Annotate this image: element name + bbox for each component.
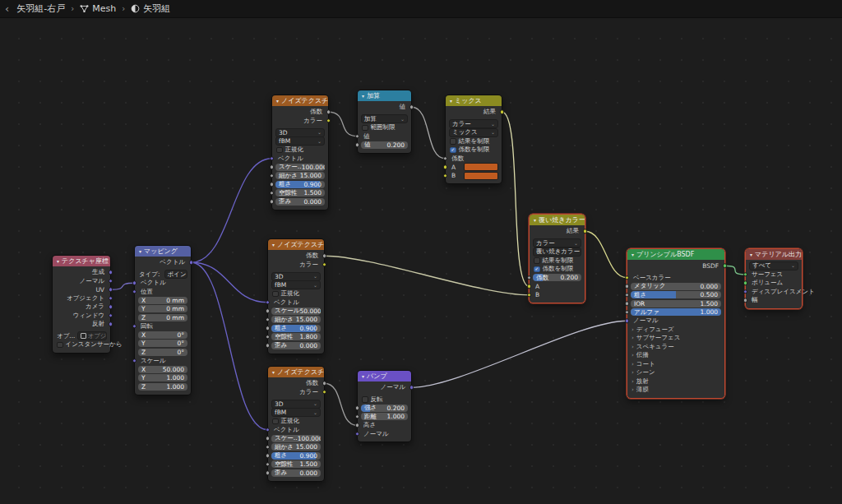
collapse-chevron-icon[interactable]: ▾	[632, 252, 634, 257]
socket-スケール[interactable]	[266, 309, 271, 314]
value-field-空隙性[interactable]: 空隙性1.500	[271, 460, 321, 468]
socket-surface[interactable]	[743, 272, 748, 277]
value-field-細かさ[interactable]: 細かさ15.000	[271, 316, 321, 323]
socket-vec_out[interactable]	[189, 261, 194, 266]
value-field-Z[interactable]: Z0 mm	[138, 314, 187, 321]
value-field-アルファ[interactable]: アルファ1.000	[631, 308, 721, 316]
node-noise2[interactable]: ▾ノイズテクスチャ係数カラー3D⌄fBM⌄正規化ベクトルスケール50.000細か…	[267, 238, 325, 354]
socket-vec_in[interactable]	[132, 281, 137, 286]
object-picker-field[interactable]: オブジ✎	[77, 331, 107, 340]
socket-B[interactable]	[443, 173, 448, 178]
node-header[interactable]: ▾ノイズテクスチャ	[272, 95, 328, 106]
collapse-chevron-icon[interactable]: ▾	[276, 98, 279, 104]
socket-メタリック[interactable]	[625, 284, 630, 289]
panel-row-薄膜[interactable]: ›薄膜	[627, 386, 724, 395]
checkbox-係数を制限[interactable]: ✓	[450, 147, 456, 154]
value-field-強さ[interactable]: 強さ0.200	[361, 405, 408, 412]
value-field-粗さ[interactable]: 粗さ0.900	[271, 452, 321, 460]
dropdown-fBM[interactable]: fBM⌄	[271, 280, 321, 289]
socket-ディスプレイスメント[interactable]	[743, 289, 748, 294]
value-field-スケール[interactable]: スケール50.000	[271, 307, 321, 315]
socket-スケー..[interactable]	[266, 437, 271, 442]
socket-base[interactable]	[625, 275, 630, 280]
socket-A[interactable]	[443, 165, 448, 170]
checkbox-正規化[interactable]	[276, 147, 283, 154]
node-header[interactable]: ▾マテリアル出力	[746, 249, 802, 260]
checkbox-結果を制限[interactable]	[534, 257, 540, 264]
value-field-Y[interactable]: Y0°	[138, 340, 187, 347]
socket-normal_out[interactable]	[409, 386, 414, 391]
socket-uv[interactable]	[109, 288, 113, 293]
socket-粗さ[interactable]	[266, 454, 271, 459]
socket-空隙性[interactable]	[270, 191, 275, 196]
dropdown-すべて[interactable]: すべて⌄	[749, 261, 798, 270]
socket-normal[interactable]	[625, 319, 630, 324]
socket-生成[interactable]	[109, 270, 113, 275]
value-field-粗さ[interactable]: 粗さ0.900	[275, 181, 325, 188]
value-field-空隙性[interactable]: 空隙性1.800	[271, 333, 321, 340]
socket-bsdf[interactable]	[723, 264, 728, 269]
socket-歪み[interactable]	[266, 471, 271, 476]
checkbox-係数を制限[interactable]: ✓	[534, 266, 540, 273]
socket-vec[interactable]	[266, 300, 271, 305]
node-header[interactable]: ▾ノイズテクスチャ	[268, 367, 324, 377]
socket-幅[interactable]	[743, 298, 748, 303]
socket-粗さ[interactable]	[625, 293, 630, 298]
socket-値[interactable]	[355, 143, 360, 148]
value-field-Y[interactable]: Y1.000	[138, 374, 187, 381]
panel-row-サブサーフェス[interactable]: ›サブサーフェス	[627, 334, 724, 343]
value-field-Z[interactable]: Z0°	[138, 349, 187, 356]
panel-row-スペキュラー[interactable]: ›スペキュラー	[627, 343, 724, 352]
dropdown-ポイント[interactable]: ポイント⌄	[164, 270, 187, 279]
socket-カラー[interactable]	[326, 118, 331, 123]
socket-fac[interactable]	[322, 381, 327, 386]
socket-カラー[interactable]	[322, 390, 327, 395]
value-field-歪み[interactable]: 歪み0.000	[275, 198, 325, 206]
socket-val_in[interactable]	[355, 134, 360, 139]
socket-粗さ[interactable]	[270, 183, 275, 187]
node-header[interactable]: ▾ミックス	[446, 95, 502, 106]
socket-ウィンドウ[interactable]	[109, 313, 113, 318]
value-field-メタリック[interactable]: メタリック0.000	[631, 283, 721, 290]
collapse-chevron-icon[interactable]: ▾	[139, 248, 141, 254]
socket-細かさ[interactable]	[266, 317, 271, 322]
socket-IOR[interactable]	[625, 302, 630, 307]
socket-ノーマル[interactable]	[109, 279, 113, 284]
collapse-chevron-icon[interactable]: ▾	[272, 369, 275, 375]
socket-result[interactable]	[583, 229, 588, 234]
color-swatch-B[interactable]	[464, 172, 498, 180]
value-field-X[interactable]: X50.000	[138, 366, 187, 373]
socket-カラー[interactable]	[322, 262, 327, 267]
socket-歪み[interactable]	[266, 344, 271, 349]
dropdown-カラー[interactable]: カラー⌄	[449, 119, 498, 128]
dropdown-3D[interactable]: 3D⌄	[271, 400, 321, 409]
socket-fac[interactable]	[443, 156, 448, 161]
node-noise3[interactable]: ▾ノイズテクスチャ係数カラー3D⌄fBM⌄正規化ベクトルスケー..100.000…	[267, 366, 325, 482]
value-field-スケー..[interactable]: スケー..100.000	[275, 164, 325, 171]
node-matout[interactable]: ▾マテリアル出力すべて⌄サーフェスボリュームディスプレイスメント幅	[745, 248, 803, 309]
node-header[interactable]: ▾マッピング	[135, 246, 191, 257]
value-field-細かさ[interactable]: 細かさ15.000	[275, 172, 325, 179]
node-canvas[interactable]: ▾テクスチャ座標生成ノーマルUVオブジェクトカメラウィンドウ反射オブ...オブジ…	[0, 18, 842, 504]
value-field-粗さ[interactable]: 粗さ0.500	[631, 291, 721, 298]
socket-細かさ[interactable]	[266, 445, 271, 450]
panel-row-シーン[interactable]: ›シーン	[627, 368, 724, 377]
socket-距離[interactable]	[355, 414, 360, 419]
socket-オブジェクト[interactable]	[109, 296, 113, 301]
collapse-chevron-icon[interactable]: ▾	[750, 252, 752, 257]
dropdown-fBM[interactable]: fBM⌄	[271, 408, 321, 417]
node-header[interactable]: ▾バンプ	[358, 371, 411, 381]
collapse-chevron-icon[interactable]: ▾	[57, 258, 59, 264]
socket-val_out[interactable]	[409, 105, 414, 110]
socket-fac[interactable]	[322, 254, 327, 259]
collapse-chevron-icon[interactable]: ▾	[362, 93, 364, 99]
socket-スケール[interactable]	[132, 358, 137, 363]
socket-アルファ[interactable]	[625, 310, 630, 315]
checkbox-反転[interactable]	[362, 396, 368, 403]
value-field-粗さ[interactable]: 粗さ0.900	[271, 325, 321, 332]
checkbox-範囲制限[interactable]	[362, 125, 368, 132]
panel-row-放射[interactable]: ›放射	[627, 377, 724, 386]
editor-type-icon[interactable]: ‹	[5, 3, 9, 14]
node-mix[interactable]: ▾ミックス結果カラー⌄ミックス⌄結果を制限✓係数を制限係数AB	[445, 95, 502, 184]
value-field-IOR[interactable]: IOR1.500	[631, 300, 721, 307]
